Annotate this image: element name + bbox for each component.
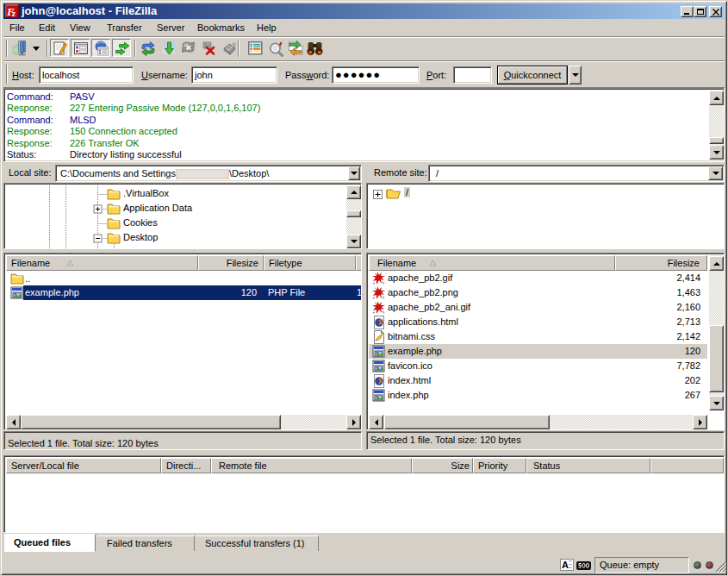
svg-text:A: A xyxy=(562,560,569,570)
svg-text:z: z xyxy=(11,9,16,18)
